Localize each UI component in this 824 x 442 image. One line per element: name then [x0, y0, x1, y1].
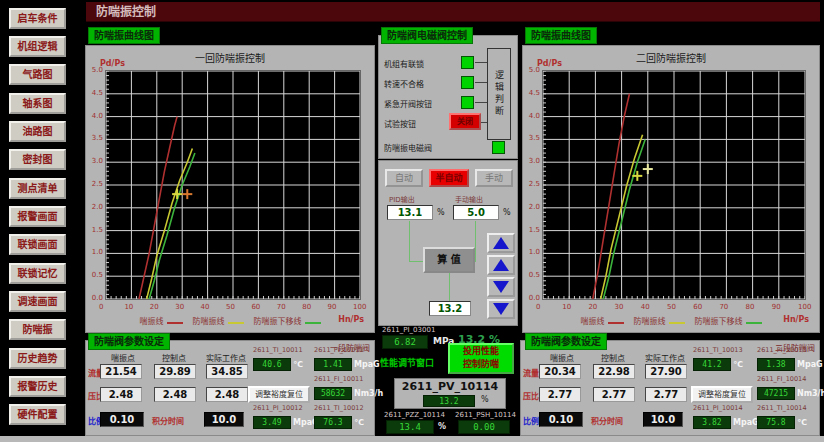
y-tick-label: 5.0 — [529, 66, 540, 74]
flow-row-label: 流量 — [523, 367, 539, 378]
page-title: 防喘振控制 — [86, 2, 820, 22]
tag-unit: ℃ — [733, 360, 743, 369]
tag-display: 58632 — [314, 387, 352, 400]
pid-output-field[interactable]: 13.1 — [387, 205, 433, 220]
manual-output-field[interactable]: 5.0 — [453, 205, 499, 220]
params-panel-loop1: 一段防喘阀 喘振点 控制点 实际工作点 流量 21.54 29.89 34.85… — [85, 340, 375, 436]
increase-fast-button[interactable] — [487, 233, 515, 253]
tag-unit: Nm3/h — [354, 389, 383, 398]
x-tick-label: 50 — [667, 303, 676, 311]
signal-line — [449, 273, 450, 301]
psh-10114-display: 0.00 — [458, 420, 510, 434]
legend-line-swatch — [228, 322, 244, 324]
enable-performance-control-button[interactable]: 投用性能 控制防喘 — [448, 343, 514, 374]
tag-group: 2611_PI_10013 1.38MpaG — [757, 346, 824, 373]
x-tick-label: 80 — [302, 303, 311, 311]
tag-unit: Nm3/h — [797, 389, 824, 398]
x-tick-label: 30 — [175, 303, 184, 311]
tag-label: 2611_FI_10014 — [757, 375, 824, 383]
ratio-surge-value: 2.48 — [100, 387, 142, 402]
auto-button[interactable]: 自动 — [385, 169, 423, 187]
x-tick-label: 90 — [328, 303, 337, 311]
legend-item: 防喘振下移线 — [695, 315, 762, 326]
sidebar-item-history-trend[interactable]: 历史趋势 — [9, 348, 66, 369]
tag-display: 1.38 — [757, 358, 795, 371]
y-tick-label: 1.0 — [92, 248, 103, 256]
tag-display: 3.49 — [253, 416, 291, 429]
ratio-control-value: 2.77 — [593, 387, 635, 402]
sidebar-item-start-conditions[interactable]: 启车条件 — [9, 8, 66, 29]
y-tick-label: 0.0 — [92, 294, 103, 302]
integral-value[interactable]: 10.0 — [643, 412, 683, 427]
test-button-label: 试验按钮 — [384, 118, 416, 129]
col-header-surge: 喘振点 — [98, 352, 148, 363]
signal-line — [475, 221, 476, 261]
integral-value[interactable]: 10.0 — [204, 412, 244, 427]
flow-actual-value: 27.90 — [645, 364, 687, 379]
manual-button[interactable]: 手动 — [475, 169, 513, 187]
ratio-actual-value: 2.77 — [645, 387, 687, 402]
sidebar-item-unit-logic[interactable]: 机组逻辑 — [9, 36, 66, 57]
semi-auto-button[interactable]: 半自动 — [429, 169, 469, 187]
gain-value[interactable]: 0.10 — [539, 412, 583, 427]
sidebar-item-antisurge[interactable]: 防喘振 — [9, 319, 66, 340]
chart-legend: 喘振线防喘振线防喘振下移线 — [523, 315, 819, 326]
tag-display: 75.8 — [757, 416, 795, 429]
tag-label: 2611_TI_10011 — [253, 346, 323, 354]
x-tick-label: 20 — [588, 303, 597, 311]
x-tick-label: 60 — [251, 303, 260, 311]
sidebar-item-point-list[interactable]: 测点清单 — [9, 178, 66, 199]
gain-value[interactable]: 0.10 — [100, 412, 144, 427]
sidebar-item-speed-screen[interactable]: 调速画面 — [9, 291, 66, 312]
x-axis-label: Hn/Ps — [783, 315, 809, 324]
sidebar-item-oil-diagram[interactable]: 油路图 — [9, 121, 66, 142]
y-tick-label: 2.0 — [529, 203, 540, 211]
y-tick-label: 2.5 — [92, 180, 103, 188]
sidebar-item-shaft-diagram[interactable]: 轴系图 — [9, 93, 66, 114]
x-tick-label: 80 — [746, 303, 755, 311]
sidebar-item-alarm-history[interactable]: 报警历史 — [9, 376, 66, 397]
tag-label: 2611_PI_10012 — [253, 404, 323, 412]
y-tick-label: 2.0 — [92, 203, 103, 211]
ratio-row-label: 压比 — [523, 390, 539, 401]
y-axis-ticks: 5.04.54.03.53.02.52.01.51.00.50.0 — [524, 70, 541, 300]
solenoid-panel: 机组有联锁 转速不合格 紧急开阀按钮 试验按钮 关闭 逻辑判断 防喘振电磁阀 — [378, 35, 518, 159]
chart-panel-loop1: 一回防喘振控制 Pd/Ps 5.04.54.03.53.02.52.01.51.… — [85, 45, 375, 333]
x-axis-ticks: 0102030405060708090100 — [542, 303, 806, 312]
sidebar-item-seal-diagram[interactable]: 密封图 — [9, 149, 66, 170]
sidebar-item-interlock-memory[interactable]: 联锁记忆 — [9, 263, 66, 284]
calc-value-button[interactable]: 算 值 — [423, 247, 475, 273]
margin-reset-button[interactable]: 调整裕度复位 — [691, 386, 753, 403]
chart-title: 二回防喘振控制 — [523, 50, 819, 65]
setpoint-field[interactable]: 13.2 — [429, 301, 471, 316]
sidebar-item-gas-diagram[interactable]: 气路图 — [9, 64, 66, 85]
sidebar-item-alarm-screen[interactable]: 报警画面 — [9, 206, 66, 227]
tag-display: 47215 — [757, 387, 795, 400]
y-tick-label: 2.5 — [529, 180, 540, 188]
sidebar-item-interlock-screen[interactable]: 联锁画面 — [9, 234, 66, 255]
manual-output-unit: % — [503, 208, 511, 217]
x-tick-label: 40 — [641, 303, 650, 311]
margin-reset-button[interactable]: 调整裕度复位 — [248, 386, 310, 403]
legend-line-swatch — [746, 322, 762, 324]
tag-label: 2611_TI_10014 — [757, 404, 824, 412]
increase-button[interactable] — [487, 255, 515, 275]
ratio-control-value: 2.48 — [154, 387, 196, 402]
logic-judge-box: 逻辑判断 — [487, 48, 511, 140]
curve-section-label-right: 防喘振曲线图 — [525, 27, 597, 44]
decrease-fast-button[interactable] — [487, 299, 515, 319]
params-section-label-right: 防喘阀参数设定 — [525, 333, 607, 350]
col-header-control: 控制点 — [591, 352, 635, 363]
tag-group: 2611_FI_10014 47215Nm3/h — [757, 375, 824, 402]
test-button[interactable]: 关闭 — [449, 113, 481, 130]
col-header-surge: 喘振点 — [537, 352, 587, 363]
sidebar-item-hardware-config[interactable]: 硬件配置 — [9, 404, 66, 425]
x-tick-label: 30 — [615, 303, 624, 311]
y-tick-label: 5.0 — [92, 66, 103, 74]
col-header-control: 控制点 — [152, 352, 196, 363]
decrease-button[interactable] — [487, 277, 515, 297]
plot-area — [542, 70, 806, 300]
tag-display: 3.82 — [693, 416, 731, 429]
x-tick-label: 60 — [693, 303, 702, 311]
speed-status-indicator — [461, 76, 474, 89]
